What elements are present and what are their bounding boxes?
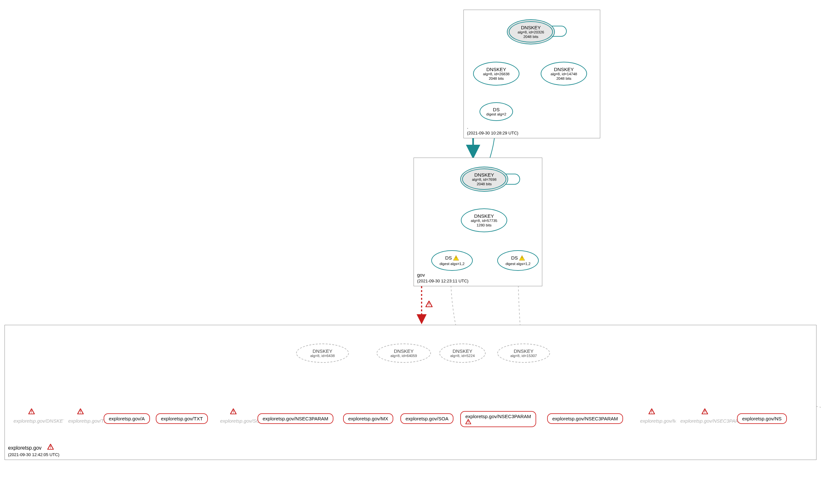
node-gov-ds2-alg: digest algs=1,2 bbox=[506, 262, 531, 266]
zone-label-exploretsp: exploretsp.gov (2021-09-30 12:42:05 UTC) bbox=[8, 444, 60, 458]
node-ex-k4-title: DNSKEY bbox=[514, 348, 534, 354]
zone-timestamp-exploretsp: (2021-09-30 12:42:05 UTC) bbox=[8, 452, 60, 457]
svg-rect-15 bbox=[429, 306, 429, 306]
rrset-mx[interactable]: exploretsp.gov/MX bbox=[343, 413, 393, 424]
svg-rect-22 bbox=[468, 421, 468, 422]
zone-name-root: . bbox=[467, 124, 468, 130]
rrset-nsec3param-2[interactable]: exploretsp.gov/NSEC3PARAM bbox=[460, 411, 536, 427]
node-ex-k1-alg: alg=8, id=6438 bbox=[310, 354, 335, 358]
node-root-zsk1-bits: 2048 bits bbox=[489, 77, 504, 81]
node-root-ksk[interactable]: DNSKEY alg=8, id=20326 2048 bits bbox=[507, 19, 555, 44]
node-gov-ds2-title: DS bbox=[511, 255, 518, 261]
node-root-zsk2-title: DNSKEY bbox=[554, 67, 574, 72]
node-root-zsk2-alg: alg=8, id=14748 bbox=[551, 72, 577, 76]
rrset-nsec3param-1[interactable]: exploretsp.gov/NSEC3PARAM bbox=[257, 413, 333, 424]
node-gov-zsk-bits: 1280 bits bbox=[477, 223, 492, 227]
warning-icon bbox=[453, 255, 459, 262]
rrset-ns[interactable]: exploretsp.gov/NS bbox=[737, 413, 787, 424]
svg-rect-23 bbox=[468, 423, 468, 423]
node-gov-zsk-alg: alg=8, id=57735 bbox=[471, 219, 498, 223]
svg-rect-18 bbox=[80, 410, 81, 412]
svg-rect-24 bbox=[651, 410, 652, 412]
zone-name-gov: gov bbox=[417, 272, 425, 278]
svg-rect-20 bbox=[233, 410, 234, 412]
node-ex-k3[interactable]: DNSKEY alg=8, id=5224 bbox=[439, 344, 486, 363]
zone-timestamp-root: (2021-09-30 10:28:29 UTC) bbox=[467, 131, 519, 135]
zone-error-icon bbox=[47, 445, 54, 451]
svg-rect-9 bbox=[50, 448, 51, 449]
svg-rect-12 bbox=[522, 257, 522, 259]
node-root-ds-title: DS bbox=[493, 107, 500, 112]
node-root-ds[interactable]: DS digest alg=2 bbox=[480, 102, 513, 121]
svg-rect-11 bbox=[456, 259, 456, 260]
rrset-nsec3param-2-label: exploretsp.gov/NSEC3PARAM bbox=[466, 414, 531, 419]
svg-rect-14 bbox=[429, 303, 429, 305]
node-gov-ds1-alg: digest algs=1,2 bbox=[440, 262, 465, 266]
self-loop-gov-ksk bbox=[505, 174, 520, 185]
node-ex-k2-alg: alg=8, id=64059 bbox=[390, 354, 417, 358]
error-icon bbox=[28, 408, 35, 415]
zone-label-root: . (2021-09-30 10:28:29 UTC) bbox=[467, 124, 519, 136]
rrset-a[interactable]: exploretsp.gov/A bbox=[104, 413, 150, 424]
rrset-grey-dnskey[interactable]: exploretsp.gov/DNSKEY bbox=[9, 416, 70, 426]
node-root-ksk-alg: alg=8, id=20326 bbox=[518, 30, 544, 34]
zone-timestamp-gov: (2021-09-30 12:23:11 UTC) bbox=[417, 279, 469, 283]
svg-rect-10 bbox=[456, 257, 456, 259]
node-ex-k2-title: DNSKEY bbox=[394, 348, 414, 354]
rrset-soa[interactable]: exploretsp.gov/SOA bbox=[400, 413, 454, 424]
node-root-ds-alg: digest alg=2 bbox=[486, 112, 506, 116]
node-root-zsk2[interactable]: DNSKEY alg=8, id=14748 2048 bits bbox=[541, 62, 587, 86]
node-gov-ksk-title: DNSKEY bbox=[475, 172, 494, 178]
error-icon bbox=[702, 408, 708, 415]
node-gov-ds1[interactable]: DS digest algs=1,2 bbox=[431, 250, 473, 271]
svg-rect-17 bbox=[31, 413, 32, 413]
error-icon bbox=[466, 419, 471, 425]
zone-name-exploretsp: exploretsp.gov bbox=[8, 445, 41, 451]
node-root-ksk-bits: 2048 bits bbox=[523, 35, 539, 39]
svg-rect-16 bbox=[31, 410, 32, 412]
node-root-zsk1-title: DNSKEY bbox=[486, 67, 506, 72]
error-icon bbox=[230, 408, 236, 415]
dnssec-graph: . (2021-09-30 10:28:29 UTC) gov (2021-09… bbox=[0, 0, 821, 504]
node-ex-k4[interactable]: DNSKEY alg=8, id=15307 bbox=[497, 344, 550, 363]
node-gov-ksk[interactable]: DNSKEY alg=8, id=7698 2048 bits bbox=[460, 167, 508, 192]
node-ex-k3-title: DNSKEY bbox=[453, 348, 473, 354]
rrset-txt[interactable]: exploretsp.gov/TXT bbox=[156, 413, 208, 424]
node-ex-k3-alg: alg=8, id=5224 bbox=[450, 354, 475, 358]
self-loop-root-ksk bbox=[552, 26, 567, 37]
rrset-nsec3param-3[interactable]: exploretsp.gov/NSEC3PARAM bbox=[547, 413, 623, 424]
node-root-zsk1-alg: alg=8, id=26838 bbox=[483, 72, 510, 76]
node-ex-k2[interactable]: DNSKEY alg=8, id=64059 bbox=[376, 344, 431, 363]
node-gov-zsk[interactable]: DNSKEY alg=8, id=57735 1280 bits bbox=[461, 208, 507, 232]
node-ex-k4-alg: alg=8, id=15307 bbox=[511, 354, 537, 358]
node-gov-ksk-bits: 2048 bits bbox=[477, 182, 492, 186]
svg-rect-26 bbox=[705, 410, 705, 412]
svg-rect-8 bbox=[50, 446, 51, 448]
warning-icon bbox=[519, 255, 525, 262]
node-gov-ds2[interactable]: DS digest algs=1,2 bbox=[497, 250, 539, 271]
svg-rect-19 bbox=[80, 413, 81, 413]
node-root-zsk2-bits: 2048 bits bbox=[557, 77, 572, 81]
error-icon bbox=[77, 408, 84, 415]
node-root-zsk1[interactable]: DNSKEY alg=8, id=26838 2048 bits bbox=[473, 62, 520, 86]
error-icon bbox=[649, 408, 655, 415]
node-ex-k1[interactable]: DNSKEY alg=8, id=6438 bbox=[296, 344, 349, 363]
svg-rect-13 bbox=[522, 259, 522, 260]
node-gov-zsk-title: DNSKEY bbox=[474, 213, 494, 219]
svg-rect-27 bbox=[705, 413, 705, 413]
node-gov-ds1-title: DS bbox=[445, 255, 452, 261]
svg-rect-21 bbox=[233, 413, 234, 413]
zone-label-gov: gov (2021-09-30 12:23:11 UTC) bbox=[417, 272, 469, 284]
node-ex-k1-title: DNSKEY bbox=[312, 348, 332, 354]
node-gov-ksk-alg: alg=8, id=7698 bbox=[472, 178, 496, 182]
delegation-error-icon bbox=[426, 301, 433, 308]
node-root-ksk-title: DNSKEY bbox=[521, 25, 541, 30]
svg-rect-25 bbox=[651, 413, 652, 413]
